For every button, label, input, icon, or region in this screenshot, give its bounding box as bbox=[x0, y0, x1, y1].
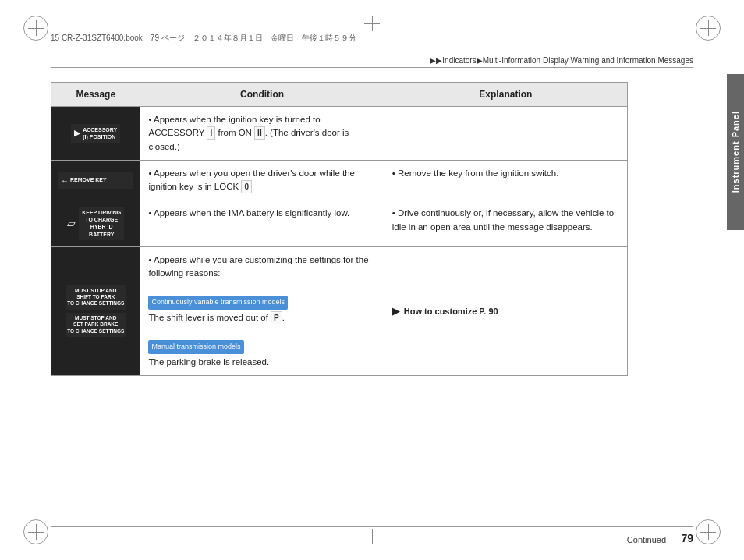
explanation-cell-1: — bbox=[384, 107, 627, 161]
stop-shift-icon: MUST STOP ANDSHIFT TO PARKTO CHANGE SETT… bbox=[66, 285, 126, 310]
bottom-bar: Continued 79 bbox=[0, 517, 744, 560]
accessory-icon: ▶ ACCESSORY (I) POSITION bbox=[71, 124, 120, 143]
inline-box-I: I bbox=[207, 126, 215, 140]
bullet-exp-3: • bbox=[392, 208, 395, 218]
inline-box-II: II bbox=[254, 126, 265, 140]
message-cell-1: ▶ ACCESSORY (I) POSITION bbox=[51, 107, 140, 161]
table-row: MUST STOP ANDSHIFT TO PARKTO CHANGE SETT… bbox=[51, 246, 628, 376]
info-table: Message Condition Explanation ▶ ACCESSOR… bbox=[51, 82, 628, 376]
bullet-4: • bbox=[148, 255, 151, 264]
sidebar-label: Instrument Panel bbox=[727, 74, 744, 230]
message-cell-2: ← REMOVE KEY bbox=[51, 160, 140, 200]
condition-cell-4: • Appears while you are customizing the … bbox=[140, 246, 384, 376]
bottom-divider bbox=[51, 526, 693, 527]
col-header-explanation: Explanation bbox=[384, 83, 627, 107]
col-header-condition: Condition bbox=[140, 83, 384, 107]
bullet-2: • bbox=[148, 168, 151, 178]
inline-box-0: 0 bbox=[241, 180, 252, 193]
message-cell-3: ▱ KEEP DRIVINGTO CHARGEHYBR IDBATTERY bbox=[51, 200, 140, 246]
table-wrapper: Message Condition Explanation ▶ ACCESSOR… bbox=[51, 82, 628, 376]
mt-label: Manual transmission models bbox=[148, 340, 243, 354]
top-divider bbox=[51, 67, 693, 68]
explanation-cell-4: ▶ How to customize P. 90 bbox=[384, 246, 627, 376]
bullet-exp-2: • bbox=[392, 168, 395, 178]
top-bar: 15 CR-Z-31SZT6400.book 79 ページ ２０１４年８月１日 … bbox=[0, 0, 744, 51]
cvt-label: Continuously variable transmission model… bbox=[148, 296, 288, 310]
table-row: ← REMOVE KEY • Appears when you open the… bbox=[51, 160, 628, 200]
explanation-cell-2: • Remove the key from the ignition switc… bbox=[384, 160, 627, 200]
breadcrumb: ▶▶Indicators▶Multi-Information Display W… bbox=[430, 56, 693, 65]
how-to-icon: ▶ bbox=[392, 306, 399, 317]
table-row: ▱ KEEP DRIVINGTO CHARGEHYBR IDBATTERY • … bbox=[51, 200, 628, 246]
table-row: ▶ ACCESSORY (I) POSITION • Appears when … bbox=[51, 107, 628, 161]
page-number: 79 bbox=[681, 532, 693, 544]
explanation-cell-3: • Drive continuously or, if necessary, a… bbox=[384, 200, 627, 246]
remove-key-icon: ← REMOVE KEY bbox=[58, 172, 133, 189]
col-header-message: Message bbox=[51, 83, 140, 107]
bullet-1: • bbox=[148, 115, 151, 124]
main-content: Message Condition Explanation ▶ ACCESSOR… bbox=[51, 74, 693, 517]
condition-cell-3: • Appears when the IMA battery is signif… bbox=[140, 200, 384, 246]
keep-driving-icon: KEEP DRIVINGTO CHARGEHYBR IDBATTERY bbox=[79, 207, 124, 239]
inline-box-P: P bbox=[271, 311, 282, 324]
condition-cell-2: • Appears when you open the driver's doo… bbox=[140, 160, 384, 200]
condition-cell-1: • Appears when the ignition key is turne… bbox=[140, 107, 384, 161]
stop-brake-icon: MUST STOP ANDSET PARK BRAKETO CHANGE SET… bbox=[66, 313, 126, 337]
file-info: 15 CR-Z-31SZT6400.book 79 ページ ２０１４年８月１日 … bbox=[51, 33, 356, 44]
bullet-3: • bbox=[148, 208, 151, 218]
continued-label: Continued bbox=[627, 535, 666, 544]
how-to-link: ▶ How to customize P. 90 bbox=[392, 307, 498, 316]
message-cell-4: MUST STOP ANDSHIFT TO PARKTO CHANGE SETT… bbox=[51, 246, 140, 376]
